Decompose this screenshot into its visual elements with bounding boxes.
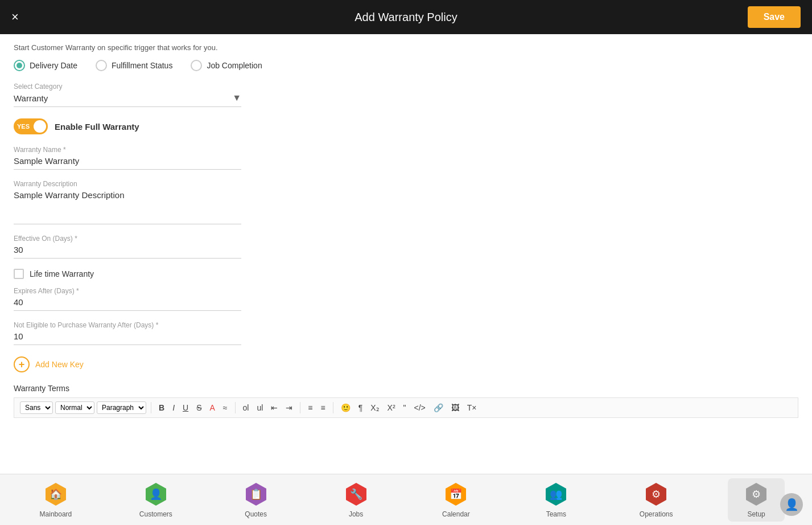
warranty-description-label: Warranty Description [14, 180, 241, 188]
nav-setup[interactable]: ⚙ Setup [728, 478, 785, 522]
customers-icon-glyph: 👤 [150, 488, 162, 501]
category-value: Warranty [14, 93, 232, 103]
main-content: Start Customer Warranty on specific trig… [0, 34, 812, 474]
nav-teams[interactable]: 👥 Teams [527, 482, 584, 518]
italic-button[interactable]: I [170, 402, 178, 413]
paragraph-select[interactable]: Paragraph [97, 401, 146, 414]
warranty-name-field: Warranty Name * Sample Warranty [14, 146, 241, 170]
nav-jobs-label: Jobs [349, 510, 363, 518]
effective-on-label: Effective On (Days) * [14, 235, 241, 243]
save-button[interactable]: Save [748, 6, 801, 28]
pilcrow-button[interactable]: ¶ [356, 402, 366, 413]
expires-after-label: Expires After (Days) * [14, 287, 241, 295]
nav-customers-label: Customers [139, 510, 172, 518]
teams-icon: 👥 [543, 482, 568, 507]
image-button[interactable]: 🖼 [448, 402, 462, 413]
add-new-key-row[interactable]: + Add New Key [14, 356, 798, 372]
radio-fulfillment-status-label: Fulfillment Status [112, 61, 172, 70]
radio-job-completion-label: Job Completion [207, 61, 262, 70]
font-weight-select[interactable]: Normal [55, 401, 94, 414]
superscript-button[interactable]: X² [385, 402, 398, 413]
strikethrough-button[interactable]: S [193, 402, 204, 413]
jobs-icon: 🔧 [344, 482, 369, 507]
expires-after-field: Expires After (Days) * 40 [14, 287, 241, 311]
align-right-button[interactable]: ≡ [318, 402, 328, 413]
add-new-key-label: Add New Key [35, 360, 84, 369]
full-warranty-label: Enable Full Warranty [55, 122, 139, 132]
close-button[interactable]: × [11, 11, 19, 23]
underline-button[interactable]: U [180, 402, 191, 413]
lifetime-warranty-label: Life time Warranty [30, 269, 94, 278]
clear-format-button[interactable]: T× [464, 402, 480, 413]
full-warranty-toggle[interactable]: YES [14, 118, 48, 134]
indent-dec-button[interactable]: ⇤ [268, 402, 281, 413]
bottom-nav: 🏠 Mainboard 👤 Customers 📋 Quotes 🔧 Jobs [0, 474, 812, 525]
toolbar-divider-1 [151, 402, 151, 413]
warranty-terms-label: Warranty Terms [14, 384, 798, 393]
nav-operations-label: Operations [640, 510, 673, 518]
calendar-icon-glyph: 📅 [450, 488, 462, 501]
subtitle: Start Customer Warranty on specific trig… [14, 43, 798, 52]
font-color-button[interactable]: A [207, 402, 217, 413]
nav-calendar[interactable]: 📅 Calendar [427, 482, 484, 518]
header: × Add Warranty Policy Save [0, 0, 812, 34]
quotes-icon: 📋 [244, 482, 269, 507]
teams-icon-glyph: 👥 [550, 488, 562, 501]
subscript-button[interactable]: X₂ [368, 402, 382, 413]
nav-mainboard[interactable]: 🏠 Mainboard [27, 482, 84, 518]
toggle-yes-label: YES [17, 123, 30, 130]
nav-quotes-label: Quotes [245, 510, 267, 518]
editor-toolbar: Sans Normal Paragraph B I U S A ≈ ol ul … [14, 397, 798, 418]
setup-icon: ⚙ [744, 482, 769, 507]
jobs-icon-glyph: 🔧 [350, 488, 362, 501]
highlight-button[interactable]: ≈ [220, 402, 230, 413]
radio-job-completion[interactable]: Job Completion [191, 60, 262, 71]
radio-delivery-date-label: Delivery Date [30, 61, 77, 70]
chevron-down-icon: ▼ [232, 93, 241, 103]
not-eligible-field: Not Eligible to Purchase Warranty After … [14, 321, 241, 345]
nav-teams-label: Teams [546, 510, 566, 518]
bold-button[interactable]: B [156, 402, 167, 413]
radio-fulfillment-status-indicator [96, 60, 107, 71]
nav-quotes[interactable]: 📋 Quotes [228, 482, 285, 518]
emoji-button[interactable]: 🙂 [338, 402, 353, 413]
page-title: Add Warranty Policy [355, 11, 457, 24]
font-family-select[interactable]: Sans [20, 401, 53, 414]
toolbar-divider-3 [300, 402, 300, 413]
avatar[interactable]: 👤 [780, 493, 803, 516]
setup-icon-glyph: ⚙ [752, 488, 761, 501]
mainboard-icon: 🏠 [43, 482, 68, 507]
align-left-button[interactable]: ≡ [305, 402, 315, 413]
expires-after-value[interactable]: 40 [14, 297, 241, 311]
nav-mainboard-label: Mainboard [40, 510, 72, 518]
calendar-icon: 📅 [443, 482, 468, 507]
blockquote-button[interactable]: " [401, 402, 409, 413]
unordered-list-button[interactable]: ul [254, 402, 266, 413]
ordered-list-button[interactable]: ol [240, 402, 252, 413]
warranty-name-value[interactable]: Sample Warranty [14, 156, 241, 170]
effective-on-field: Effective On (Days) * 30 [14, 235, 241, 259]
operations-icon: ⚙ [644, 482, 669, 507]
warranty-terms-section: Warranty Terms Sans Normal Paragraph B I… [14, 384, 798, 418]
toolbar-divider-4 [333, 402, 333, 413]
toolbar-divider-2 [235, 402, 236, 413]
not-eligible-value[interactable]: 10 [14, 331, 241, 345]
effective-on-value[interactable]: 30 [14, 245, 241, 259]
add-new-key-icon: + [14, 356, 30, 372]
nav-customers[interactable]: 👤 Customers [127, 482, 184, 518]
nav-operations[interactable]: ⚙ Operations [628, 482, 685, 518]
lifetime-warranty-row: Life time Warranty [14, 269, 798, 279]
category-label: Select Category [14, 83, 798, 91]
warranty-description-value[interactable]: Sample Warranty Description [14, 190, 241, 224]
radio-fulfillment-status[interactable]: Fulfillment Status [96, 60, 172, 71]
category-select[interactable]: Warranty ▼ [14, 93, 241, 107]
lifetime-warranty-checkbox[interactable] [14, 269, 24, 279]
nav-jobs[interactable]: 🔧 Jobs [328, 482, 385, 518]
radio-delivery-date[interactable]: Delivery Date [14, 60, 77, 71]
not-eligible-label: Not Eligible to Purchase Warranty After … [14, 321, 241, 329]
mainboard-icon-glyph: 🏠 [50, 488, 62, 501]
code-button[interactable]: </> [411, 402, 428, 413]
nav-calendar-label: Calendar [442, 510, 470, 518]
indent-inc-button[interactable]: ⇥ [283, 402, 295, 413]
link-button[interactable]: 🔗 [431, 402, 446, 413]
